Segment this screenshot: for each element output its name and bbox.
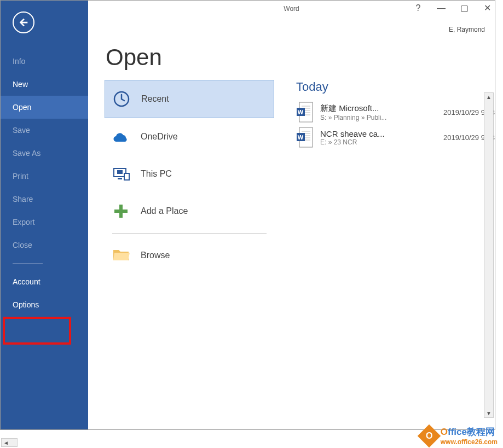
files-group-heading: Today bbox=[296, 80, 495, 94]
watermark: O Office教程网 www.office26.com bbox=[421, 426, 498, 446]
locations-divider bbox=[112, 233, 267, 234]
scroll-left-icon[interactable]: ◄ bbox=[2, 440, 10, 446]
location-this-pc[interactable]: This PC bbox=[105, 155, 274, 193]
svg-text:W: W bbox=[298, 134, 304, 141]
backstage-sidebar: Info New Open Save Save As Print Share E… bbox=[1, 1, 88, 429]
minimize-button[interactable]: — bbox=[437, 3, 446, 13]
file-info: NCR sheave ca... E: » 23 NCR bbox=[320, 129, 437, 146]
location-label: OneDrive bbox=[141, 132, 178, 142]
svg-rect-6 bbox=[114, 210, 128, 213]
location-browse[interactable]: Browse bbox=[105, 237, 274, 274]
clock-icon bbox=[113, 90, 130, 108]
watermark-url: www.office26.com bbox=[441, 438, 498, 446]
back-button[interactable] bbox=[13, 11, 34, 33]
file-item[interactable]: W 新建 Microsoft... S: » Planning » Publi.… bbox=[296, 100, 495, 125]
watermark-logo-icon: O bbox=[418, 424, 441, 447]
location-label: This PC bbox=[141, 169, 172, 179]
file-path: S: » Planning » Publi... bbox=[320, 114, 397, 121]
word-doc-icon: W bbox=[296, 102, 314, 123]
sidebar-item-print[interactable]: Print bbox=[1, 165, 88, 188]
back-arrow-icon bbox=[18, 16, 30, 28]
sidebar-item-share[interactable]: Share bbox=[1, 188, 88, 211]
scroll-down-icon[interactable]: ▼ bbox=[485, 409, 493, 417]
app-title: Word bbox=[284, 5, 299, 13]
sidebar-item-close[interactable]: Close bbox=[1, 234, 88, 257]
sidebar-item-export[interactable]: Export bbox=[1, 211, 88, 234]
svg-rect-2 bbox=[117, 170, 123, 174]
horizontal-scrollbar[interactable]: ◄ bbox=[1, 438, 18, 447]
sidebar-item-save[interactable]: Save bbox=[1, 119, 88, 142]
file-name: 新建 Microsoft... bbox=[320, 103, 397, 114]
help-button[interactable]: ? bbox=[414, 3, 423, 13]
recent-files-panel: Today W 新建 Microsoft... S: » Planning » … bbox=[274, 80, 495, 429]
sidebar-item-account[interactable]: Account bbox=[1, 270, 88, 293]
vertical-scrollbar[interactable]: ▲ ▼ bbox=[484, 92, 494, 418]
plus-icon bbox=[112, 202, 130, 220]
location-label: Browse bbox=[141, 251, 170, 260]
scroll-up-icon[interactable]: ▲ bbox=[485, 93, 493, 101]
location-label: Recent bbox=[141, 94, 169, 104]
sidebar-item-open[interactable]: Open bbox=[1, 96, 88, 119]
sidebar-item-options[interactable]: Options bbox=[1, 293, 88, 316]
file-item[interactable]: W NCR sheave ca... E: » 23 NCR 2019/10/2… bbox=[296, 125, 495, 150]
close-button[interactable]: ✕ bbox=[483, 3, 492, 13]
word-doc-icon: W bbox=[296, 127, 314, 148]
sidebar-item-new[interactable]: New bbox=[1, 73, 88, 96]
watermark-brand: Office教程网 bbox=[441, 426, 498, 438]
window-controls: ? — ▢ ✕ bbox=[414, 3, 492, 13]
maximize-button[interactable]: ▢ bbox=[460, 3, 469, 13]
file-path: E: » 23 NCR bbox=[320, 138, 397, 146]
location-recent[interactable]: Recent bbox=[105, 80, 274, 118]
word-backstage-window: Info New Open Save Save As Print Share E… bbox=[0, 0, 495, 430]
svg-text:W: W bbox=[298, 109, 304, 115]
location-onedrive[interactable]: OneDrive bbox=[105, 118, 274, 155]
folder-icon bbox=[112, 247, 130, 264]
sidebar-divider bbox=[13, 263, 43, 264]
location-label: Add a Place bbox=[141, 206, 188, 216]
location-add-place[interactable]: Add a Place bbox=[105, 193, 274, 230]
svg-rect-4 bbox=[118, 178, 122, 179]
sidebar-item-save-as[interactable]: Save As bbox=[1, 142, 88, 165]
page-title: Open bbox=[106, 44, 162, 71]
user-name[interactable]: E, Raymond bbox=[449, 26, 485, 33]
locations-list: Recent OneDrive This PC Add a Place bbox=[105, 80, 274, 429]
pc-icon bbox=[112, 165, 130, 183]
sidebar-item-info[interactable]: Info bbox=[1, 50, 88, 73]
svg-rect-3 bbox=[124, 173, 129, 180]
file-info: 新建 Microsoft... S: » Planning » Publi... bbox=[320, 103, 437, 121]
file-name: NCR sheave ca... bbox=[320, 129, 397, 138]
cloud-icon bbox=[112, 128, 130, 146]
